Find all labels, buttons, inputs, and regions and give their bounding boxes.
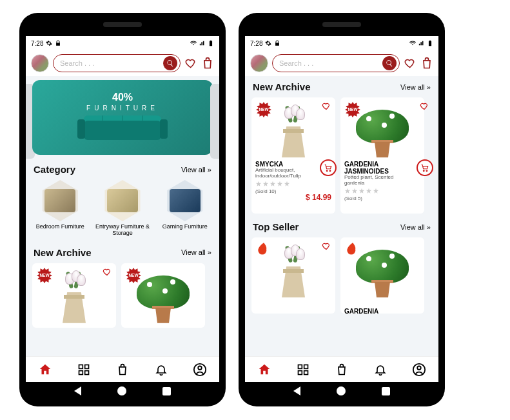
svg-text:NEW: NEW — [259, 107, 269, 112]
search-button[interactable] — [163, 56, 177, 70]
product-card[interactable]: GARDENIA — [340, 237, 424, 314]
hero-title: FURNITURE — [86, 105, 159, 112]
search-icon — [166, 59, 174, 67]
svg-point-17 — [426, 170, 427, 172]
svg-rect-18 — [299, 365, 302, 368]
avatar[interactable] — [250, 54, 268, 72]
android-nav-bar — [245, 382, 438, 400]
add-to-cart-button[interactable] — [320, 159, 337, 176]
svg-rect-19 — [304, 365, 308, 368]
nav-grid[interactable] — [77, 363, 91, 377]
product-name: GARDENIA — [344, 308, 378, 315]
phone-frame-2: 7:28 Search . . . — [239, 13, 445, 406]
gear-icon — [46, 40, 52, 46]
wifi-icon — [409, 40, 417, 46]
favorite-icon[interactable] — [102, 267, 112, 277]
status-time: 7:28 — [250, 40, 262, 47]
svg-rect-20 — [299, 370, 302, 374]
search-input[interactable]: Search . . . — [53, 54, 181, 72]
new-archive-title: New Archive — [34, 247, 91, 258]
nav-bell[interactable] — [373, 363, 387, 377]
category-bedroom[interactable]: Bedroom Furniture — [31, 180, 90, 237]
search-row: Search . . . — [26, 50, 219, 76]
nav-grid[interactable] — [296, 363, 310, 377]
product-card-gardenia[interactable]: NEW GARDEN — [340, 97, 424, 214]
section-head-new-archive-1: New Archive View all » — [26, 242, 219, 261]
favorites-icon[interactable] — [404, 57, 417, 70]
favorites-icon[interactable] — [184, 57, 197, 70]
add-to-cart-button[interactable] — [417, 159, 433, 176]
screen-2: 7:28 Search . . . — [245, 36, 438, 400]
new-badge: NEW — [255, 101, 272, 118]
sofa-illustration — [77, 115, 168, 144]
wifi-icon — [190, 40, 197, 46]
product-card[interactable]: NEW — [32, 263, 116, 328]
new-badge: NEW — [36, 267, 53, 284]
categories-row[interactable]: Bedroom Furniture Entryway Furniture & S… — [26, 177, 219, 242]
svg-rect-7 — [85, 370, 89, 374]
status-time: 7:28 — [31, 40, 43, 47]
new-archive-row-1[interactable]: NEW — [26, 261, 219, 330]
svg-rect-21 — [304, 370, 308, 374]
android-back[interactable] — [74, 386, 81, 395]
top-seller-title: Top Seller — [253, 221, 299, 232]
category-gaming[interactable]: Gaming Furniture — [155, 180, 214, 237]
nav-home[interactable] — [38, 363, 52, 377]
status-bar: 7:28 — [26, 36, 219, 50]
battery-icon — [427, 39, 433, 47]
hero-peek-right[interactable] — [210, 84, 219, 159]
product-card[interactable] — [251, 237, 335, 314]
product-card[interactable]: NEW — [121, 263, 205, 328]
new-archive-viewall[interactable]: View all » — [181, 248, 211, 256]
product-desc: Potted plant, Scented gardenia — [344, 175, 420, 186]
category-label: Bedroom Furniture — [36, 224, 84, 230]
cart-icon — [420, 163, 429, 172]
status-bar: 7:28 — [245, 36, 438, 50]
battery-icon — [208, 39, 214, 47]
search-row: Search . . . — [245, 50, 438, 76]
cart-icon[interactable] — [420, 57, 433, 70]
android-recent[interactable] — [382, 387, 390, 395]
nav-bag[interactable] — [115, 363, 130, 377]
top-seller-row[interactable]: GARDENIA — [245, 235, 438, 316]
android-back[interactable] — [293, 386, 300, 395]
section-head-new-archive-2: New Archive View all » — [245, 76, 438, 95]
android-home[interactable] — [337, 386, 346, 395]
hero-discount: 40% — [112, 92, 133, 103]
hero-banner[interactable]: 40% FURNITURE — [32, 80, 213, 155]
favorite-icon[interactable] — [321, 241, 331, 252]
category-title: Category — [34, 164, 75, 175]
android-recent[interactable] — [162, 387, 171, 395]
svg-point-13 — [329, 170, 331, 172]
search-button[interactable] — [382, 56, 397, 70]
top-seller-viewall[interactable]: View all » — [400, 223, 431, 231]
nav-bell[interactable] — [154, 363, 168, 377]
svg-text:NEW: NEW — [39, 273, 50, 277]
avatar[interactable] — [31, 54, 49, 72]
screen-1: 7:28 Search . . . — [26, 36, 219, 400]
section-head-top-seller: Top Seller View all » — [245, 216, 438, 235]
new-archive-row-2[interactable]: NEW — [245, 95, 438, 216]
svg-rect-4 — [79, 365, 83, 368]
android-home[interactable] — [117, 386, 126, 395]
category-label: Entryway Furniture & Storage — [93, 224, 152, 237]
phone-speaker — [245, 19, 438, 36]
search-icon — [386, 59, 393, 67]
product-card-smycka[interactable]: NEW — [251, 97, 335, 214]
nav-profile[interactable] — [412, 363, 426, 377]
bottom-nav — [245, 356, 438, 382]
favorite-icon[interactable] — [321, 101, 331, 112]
cart-icon[interactable] — [201, 57, 214, 70]
nav-home[interactable] — [257, 363, 271, 377]
nav-bag[interactable] — [335, 363, 349, 377]
product-name: GARDENIA JASMINOIDES — [344, 161, 420, 175]
search-input[interactable]: Search . . . — [272, 54, 400, 72]
favorite-icon[interactable] — [419, 101, 429, 112]
new-archive-viewall[interactable]: View all » — [400, 83, 431, 91]
search-placeholder: Search . . . — [279, 59, 382, 67]
category-viewall[interactable]: View all » — [181, 166, 211, 174]
fire-badge — [255, 241, 272, 258]
nav-profile[interactable] — [193, 363, 207, 377]
svg-rect-6 — [79, 370, 83, 374]
category-entryway[interactable]: Entryway Furniture & Storage — [93, 180, 152, 237]
